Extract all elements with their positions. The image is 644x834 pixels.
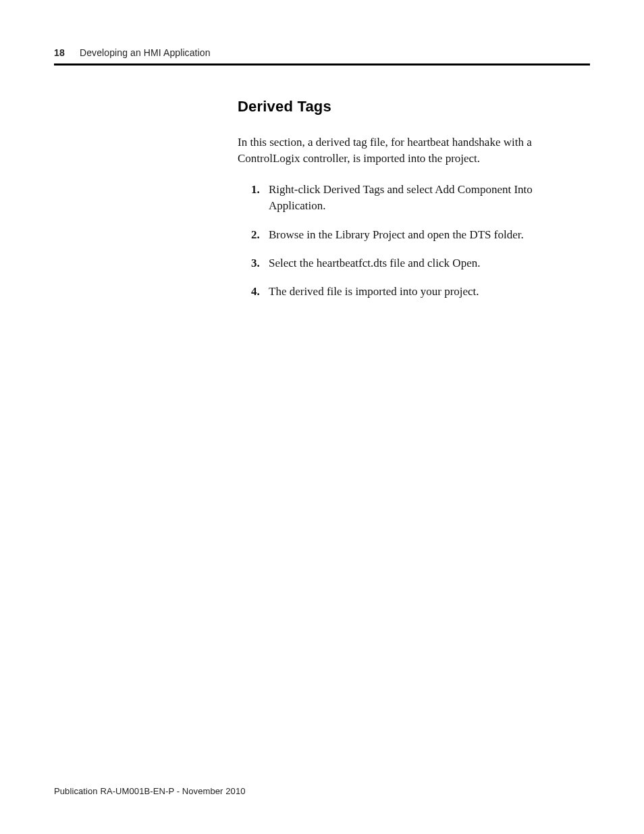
page-footer: Publication RA-UM001B-EN-P - November 20… <box>54 786 246 796</box>
step-item: 4. The derived file is imported into you… <box>251 284 589 300</box>
document-page: 18 Developing an HMI Application Derived… <box>0 0 644 834</box>
step-item: 3. Select the heartbeatfct.dts file and … <box>251 255 589 271</box>
step-text: Right-click Derived Tags and select Add … <box>269 183 533 212</box>
step-text: Browse in the Library Project and open t… <box>269 228 524 241</box>
step-number: 1. <box>251 182 260 198</box>
publication-info: Publication RA-UM001B-EN-P - November 20… <box>54 786 246 796</box>
step-item: 2. Browse in the Library Project and ope… <box>251 227 589 243</box>
step-item: 1. Right-click Derived Tags and select A… <box>251 182 589 214</box>
step-text: The derived file is imported into your p… <box>269 285 479 298</box>
step-number: 3. <box>251 255 260 271</box>
page-number: 18 <box>54 47 65 58</box>
step-text: Select the heartbeatfct.dts file and cli… <box>269 257 480 269</box>
section-heading: Derived Tags <box>238 98 589 115</box>
chapter-title: Developing an HMI Application <box>80 47 211 58</box>
section-intro: In this section, a derived tag file, for… <box>238 134 589 167</box>
step-number: 4. <box>251 284 260 300</box>
step-number: 2. <box>251 227 260 243</box>
steps-list: 1. Right-click Derived Tags and select A… <box>238 182 589 300</box>
page-content: Derived Tags In this section, a derived … <box>238 98 589 300</box>
page-header: 18 Developing an HMI Application <box>54 47 590 66</box>
